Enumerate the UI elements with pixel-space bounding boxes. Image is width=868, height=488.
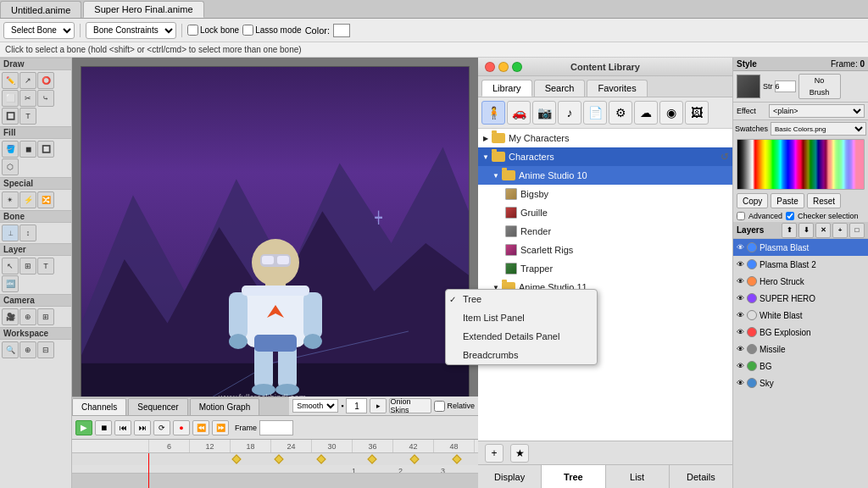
tool-draw-1[interactable]: ✏️: [2, 72, 19, 89]
favorite-item-btn[interactable]: ★: [510, 444, 529, 463]
ctx-tree[interactable]: ✓ Tree: [446, 290, 597, 308]
paste-btn[interactable]: Paste: [771, 193, 804, 208]
tool-workspace-1[interactable]: 🔍: [2, 341, 19, 358]
image-icon-btn[interactable]: 🖼: [685, 101, 709, 125]
tool-special-1[interactable]: ✴: [2, 191, 19, 208]
tool-special-3[interactable]: 🔀: [37, 191, 54, 208]
skip-end-btn[interactable]: ⏩: [212, 420, 229, 435]
swatches-select[interactable]: Basic Colors.png: [771, 122, 866, 136]
layer-super-hero[interactable]: 👁 SUPER HERO: [733, 290, 868, 307]
tree-gruille[interactable]: Gruille: [478, 203, 732, 222]
layer-hero-struck[interactable]: 👁 Hero Struck: [733, 273, 868, 290]
frame-input[interactable]: 0: [259, 420, 293, 435]
tab-channels[interactable]: Channels: [72, 398, 126, 415]
person-icon-btn[interactable]: 🧍: [481, 101, 505, 125]
checker-checkbox[interactable]: [786, 212, 794, 220]
layer-bg[interactable]: 👁 BG: [733, 358, 868, 374]
tool-draw-3[interactable]: ⭕: [37, 72, 54, 89]
bone-constraints-dropdown[interactable]: Bone Constraints: [86, 22, 176, 39]
color-swatch[interactable]: [333, 24, 350, 37]
tab-motion-graph[interactable]: Motion Graph: [190, 398, 260, 415]
tab-superhero[interactable]: Super Hero Final.anime: [83, 1, 203, 18]
tool-draw-5[interactable]: ✂: [19, 90, 36, 107]
tool-layer-2[interactable]: ⊞: [19, 258, 36, 274]
minimize-button[interactable]: [498, 62, 509, 72]
tool-fill-4[interactable]: ⬡: [2, 158, 19, 175]
layer-tool-2[interactable]: ⬇: [798, 223, 814, 238]
tool-draw-4[interactable]: ⬜: [2, 90, 19, 107]
view-tree[interactable]: Tree: [542, 465, 605, 488]
layer-plasma-blast-2[interactable]: 👁 Plasma Blast 2: [733, 256, 868, 273]
layer-bg-explosion[interactable]: 👁 BG Explosion: [733, 324, 868, 341]
fps-input[interactable]: [346, 398, 367, 413]
layer-plasma-blast[interactable]: 👁 Plasma Blast: [733, 239, 868, 256]
layer-group-btn[interactable]: □: [849, 223, 865, 238]
add-item-btn[interactable]: +: [485, 444, 504, 463]
tab-library[interactable]: Library: [481, 80, 532, 97]
skip-start-btn[interactable]: ⏪: [192, 420, 209, 435]
cloud-icon-btn[interactable]: ☁: [634, 101, 658, 125]
effect-select[interactable]: <plain>: [769, 104, 865, 118]
advanced-checkbox[interactable]: [737, 212, 745, 220]
tool-camera-2[interactable]: ⊕: [19, 308, 36, 325]
refresh-icon[interactable]: ↺: [721, 151, 729, 163]
layer-delete-btn[interactable]: ✕: [815, 223, 831, 238]
ctx-breadcrumbs[interactable]: Breadcrumbs: [446, 346, 597, 364]
view-details[interactable]: Details: [670, 465, 732, 488]
stop-btn[interactable]: ⏹: [95, 420, 112, 435]
tool-workspace-3[interactable]: ⊟: [37, 341, 54, 358]
tool-bone-2[interactable]: ↕: [19, 225, 36, 241]
canvas-area[interactable]: +: [72, 58, 478, 488]
book-icon-btn[interactable]: 📄: [583, 101, 607, 125]
tree-scarlett[interactable]: Scarlett Rigs: [478, 241, 732, 259]
ctx-extended[interactable]: Extended Details Panel: [446, 327, 597, 346]
tool-draw-8[interactable]: T: [19, 108, 36, 125]
lasso-mode-checkbox[interactable]: [242, 25, 253, 36]
tab-untitled[interactable]: Untitled.anime: [0, 1, 81, 18]
relative-checkbox[interactable]: [434, 401, 445, 412]
layer-add-btn[interactable]: +: [832, 223, 848, 238]
smooth-select[interactable]: Smooth: [292, 399, 338, 413]
tool-draw-7[interactable]: 🔲: [2, 108, 19, 125]
ctx-item-list[interactable]: Item List Panel: [446, 308, 597, 327]
layer-sky[interactable]: 👁 Sky: [733, 374, 868, 391]
tool-special-2[interactable]: ⚡: [19, 191, 36, 208]
tool-fill-2[interactable]: ◼: [19, 141, 36, 158]
tree-anime10[interactable]: ▼ Anime Studio 10: [478, 166, 732, 185]
tool-camera-3[interactable]: ⊞: [37, 308, 54, 325]
layer-tool-1[interactable]: ⬆: [782, 223, 797, 238]
tree-trapper[interactable]: Trapper: [478, 259, 732, 278]
no-brush-btn[interactable]: NoBrush: [798, 74, 841, 99]
settings-icon-btn[interactable]: ⚙: [609, 101, 632, 125]
camera-icon-btn[interactable]: 📷: [532, 101, 556, 125]
loop-btn[interactable]: ⟳: [153, 420, 170, 435]
prev-frame-btn[interactable]: ⏮: [114, 420, 131, 435]
play-button[interactable]: ▶: [75, 420, 92, 435]
tool-draw-6[interactable]: ⤷: [37, 90, 54, 107]
tab-search[interactable]: Search: [534, 80, 586, 97]
lock-bone-checkbox[interactable]: [187, 25, 198, 36]
tool-fill-1[interactable]: 🪣: [2, 141, 19, 158]
layer-white-blast[interactable]: 👁 White Blast: [733, 307, 868, 324]
close-button[interactable]: [485, 62, 495, 72]
view-display[interactable]: Display: [478, 465, 542, 488]
tool-workspace-2[interactable]: ⊕: [19, 341, 36, 358]
select-bone-dropdown[interactable]: Select Bone: [3, 22, 75, 39]
next-frame-btn[interactable]: ⏭: [134, 420, 151, 435]
tab-sequencer[interactable]: Sequencer: [128, 398, 187, 415]
globe-icon-btn[interactable]: ◉: [659, 101, 683, 125]
onion-skins-btn[interactable]: Onion Skins: [389, 398, 431, 413]
tree-my-characters[interactable]: ▶ My Characters: [478, 129, 732, 147]
rec-btn[interactable]: ●: [173, 420, 190, 435]
tool-fill-3[interactable]: 🔲: [37, 141, 54, 158]
color-palette[interactable]: [737, 139, 865, 190]
car-icon-btn[interactable]: 🚗: [507, 101, 531, 125]
tool-layer-1[interactable]: ↖: [2, 258, 19, 274]
tl-small-btn[interactable]: ▸: [370, 398, 387, 413]
view-list[interactable]: List: [606, 465, 670, 488]
tool-bone-1[interactable]: ⟂: [2, 225, 19, 241]
reset-btn[interactable]: Reset: [807, 193, 841, 208]
maximize-button[interactable]: [512, 62, 522, 72]
tree-render[interactable]: Render: [478, 222, 732, 241]
copy-btn[interactable]: Copy: [737, 193, 768, 208]
